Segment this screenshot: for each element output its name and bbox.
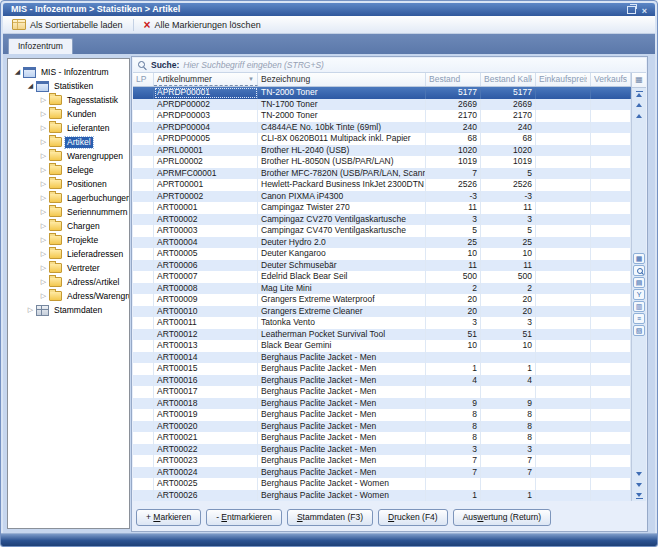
table-row[interactable]: APRL00001 Brother HL-2040 (USB) 1020 102… [133, 145, 631, 157]
scroll-down-button[interactable] [632, 479, 646, 490]
tree-item[interactable]: Tagesstatistik [8, 93, 129, 107]
tab-infozentrum[interactable]: Infozentrum [8, 38, 73, 54]
export-icon[interactable]: ▤ [633, 277, 645, 288]
table-row[interactable]: ART00004 Deuter Hydro 2.0 25 25 [133, 237, 631, 249]
tree-item[interactable]: Chargen [8, 219, 129, 233]
table-row[interactable]: ART00018 Berghaus Paclite Jacket - Men 9… [133, 398, 631, 410]
expand-arrow-icon[interactable] [39, 152, 48, 160]
expand-arrow-icon[interactable] [39, 180, 48, 188]
tree-item[interactable]: Projekte [8, 233, 129, 247]
table-row[interactable]: ART00017 Berghaus Paclite Jacket - Men [133, 386, 631, 398]
tree-item[interactable]: Seriennummern [8, 205, 129, 219]
table-row[interactable]: ART00024 Berghaus Paclite Jacket - Men 7… [133, 467, 631, 479]
table-row[interactable]: ART00003 Campingaz CV470 Ventilgaskartus… [133, 225, 631, 237]
expand-arrow-icon[interactable] [39, 278, 48, 286]
table-row[interactable]: APRDP00003 TN-2000 Toner 2170 2170 [133, 110, 631, 122]
copy-icon[interactable]: ▥ [633, 301, 645, 312]
table-row[interactable]: ART00008 Mag Lite Mini 2 2 [133, 283, 631, 295]
table-row[interactable]: APRL00002 Brother HL-8050N (USB/PAR/LAN)… [133, 156, 631, 168]
table-row[interactable]: ART00007 Edelrid Black Bear Seil 500 500 [133, 271, 631, 283]
expand-arrow-icon[interactable] [39, 250, 48, 258]
tree-item[interactable]: Belege [8, 163, 129, 177]
tree-item[interactable]: MIS - Infozentrum [8, 65, 129, 79]
table-row[interactable]: ART00021 Berghaus Paclite Jacket - Men 8… [133, 432, 631, 444]
table-row[interactable]: ART00005 Deuter Kangaroo 10 10 [133, 248, 631, 260]
tree-item[interactable]: Lieferadressen [8, 247, 129, 261]
table-row[interactable]: APRDP00002 TN-1700 Toner 2669 2669 [133, 99, 631, 111]
scroll-to-top-button[interactable] [632, 88, 646, 99]
table-row[interactable]: ART00026 Berghaus Paclite Jacket - Women… [133, 490, 631, 502]
expand-arrow-icon[interactable] [39, 222, 48, 230]
filter-icon[interactable]: Y [633, 289, 645, 300]
table-row[interactable]: APRDP00005 CLI-8X 0620B011 Multipack ink… [133, 133, 631, 145]
expand-arrow-icon[interactable] [13, 68, 22, 76]
table-row[interactable]: APRDP00004 C4844AE No. 10bk Tinte (69ml)… [133, 122, 631, 134]
table-row[interactable]: ART00025 Berghaus Paclite Jacket - Women [133, 478, 631, 490]
tree-item[interactable]: Warengruppen [8, 149, 129, 163]
search-icon[interactable] [633, 265, 645, 276]
tree-item[interactable]: Artikel [8, 135, 129, 149]
column-header-bestand-kalk[interactable]: Bestand Kalk.. [481, 73, 536, 86]
column-header-lp[interactable]: LP [133, 73, 154, 86]
tree-item[interactable]: Stammdaten [8, 303, 129, 317]
tree-item[interactable]: Positionen [8, 177, 129, 191]
table-row[interactable]: ART00019 Berghaus Paclite Jacket - Men 8… [133, 409, 631, 421]
scroll-to-bottom-button[interactable] [632, 490, 646, 501]
expand-arrow-icon[interactable] [26, 306, 35, 314]
table-row[interactable]: ART00016 Berghaus Paclite Jacket - Men 4… [133, 375, 631, 387]
auswertung-button[interactable]: Auswertung (Return) [453, 509, 551, 526]
expand-arrow-icon[interactable] [39, 124, 48, 132]
expand-arrow-icon[interactable] [39, 138, 48, 146]
tree-item[interactable]: Lagerbuchungen [8, 191, 129, 205]
table-row[interactable]: ART00011 Tatonka Vento 3 3 [133, 317, 631, 329]
columns-icon[interactable]: ▧ [633, 325, 645, 336]
search-input[interactable] [183, 60, 646, 70]
load-sort-table-button[interactable]: Als Sortiertabelle laden [7, 17, 128, 32]
expand-arrow-icon[interactable] [39, 292, 48, 300]
table-row[interactable]: APRMFC00001 Brother MFC-7820N (USB/PAR/L… [133, 168, 631, 180]
entmarkieren-button[interactable]: - Entmarkieren [206, 509, 282, 526]
table-row[interactable]: APRT00002 Canon PIXMA iP4300 -3 -3 [133, 191, 631, 203]
tree-item[interactable]: Adress/Artikel [8, 275, 129, 289]
tree-item[interactable]: Lieferanten [8, 121, 129, 135]
column-header-bezeichnung[interactable]: Bezeichnung [258, 73, 426, 86]
table-row[interactable]: ART00001 Campingaz Twister 270 11 11 [133, 202, 631, 214]
tree-item[interactable]: Statistiken [8, 79, 129, 93]
expand-arrow-icon[interactable] [39, 208, 48, 216]
table-row[interactable]: APRT00001 Hewlett-Packard Business InkJe… [133, 179, 631, 191]
layout-icon[interactable]: ≡ [633, 313, 645, 324]
expand-arrow-icon[interactable] [39, 166, 48, 174]
table-row[interactable]: ART00023 Berghaus Paclite Jacket - Men 7… [133, 455, 631, 467]
column-chooser-button[interactable]: ▦ [632, 73, 646, 88]
table-row[interactable]: ART00015 Berghaus Paclite Jacket - Men 1… [133, 363, 631, 375]
tree-item[interactable]: Adress/Warengruppen [8, 289, 129, 303]
column-header-einkaufspreis[interactable]: Einkaufspreis [536, 73, 591, 86]
scroll-up-button[interactable] [632, 99, 646, 110]
markieren-button[interactable]: + Markieren [136, 509, 201, 526]
table-row[interactable]: ART00014 Berghaus Paclite Jacket - Men [133, 352, 631, 364]
table-row[interactable]: ART00022 Berghaus Paclite Jacket - Men 3… [133, 444, 631, 456]
tree-item[interactable]: Kunden [8, 107, 129, 121]
expand-arrow-icon[interactable] [39, 194, 48, 202]
expand-arrow-icon[interactable] [39, 96, 48, 104]
stammdaten-button[interactable]: Stammdaten (F3) [287, 509, 373, 526]
drucken-button[interactable]: Drucken (F4) [378, 509, 448, 526]
expand-arrow-icon[interactable] [39, 264, 48, 272]
column-header-artikelnummer[interactable]: Artikelnummer ▼ [154, 73, 258, 86]
column-header-verkaufspreis[interactable]: Verkaufsprei [591, 73, 631, 86]
card-view-icon[interactable]: ▦ [633, 253, 645, 264]
page-up-button[interactable] [632, 110, 646, 121]
table-row[interactable]: APRDP00001 TN-2000 Toner 5177 5177 [133, 87, 631, 99]
clear-markers-button[interactable]: × Alle Markierungen löschen [139, 17, 266, 32]
table-row[interactable]: ART00006 Deuter Schmusebär 11 11 [133, 260, 631, 272]
table-row[interactable]: ART00009 Grangers Extreme Waterproof 20 … [133, 294, 631, 306]
expand-arrow-icon[interactable] [26, 82, 35, 90]
table-row[interactable]: ART00002 Campingaz CV270 Ventilgaskartus… [133, 214, 631, 226]
expand-arrow-icon[interactable] [39, 236, 48, 244]
column-header-bestand[interactable]: Bestand [426, 73, 481, 86]
expand-arrow-icon[interactable] [39, 110, 48, 118]
page-down-button[interactable] [632, 468, 646, 479]
table-row[interactable]: ART00010 Grangers Extreme Cleaner 20 20 [133, 306, 631, 318]
table-row[interactable]: ART00020 Berghaus Paclite Jacket - Men 8… [133, 421, 631, 433]
tree-item[interactable]: Vertreter [8, 261, 129, 275]
